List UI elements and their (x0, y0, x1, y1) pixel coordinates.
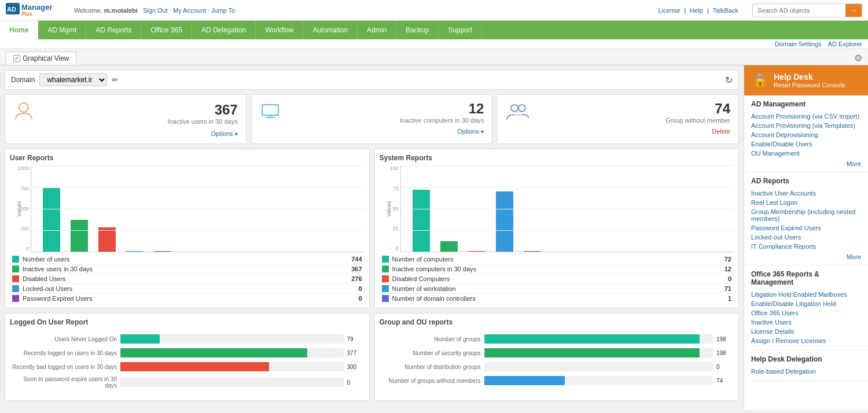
nav-backup[interactable]: Backup (396, 21, 439, 39)
user-info: Welcome, m.motalebi Sign Out · My Accoun… (74, 7, 235, 14)
sidebar-link-it-compliance[interactable]: IT Compliance Reports (751, 242, 861, 251)
settings-gear-button[interactable]: ⚙ (854, 53, 862, 64)
hbar-label-3: Soon to password expire users in 30 days (10, 376, 117, 389)
nav-home[interactable]: Home (0, 21, 38, 39)
tab-area: ✓ Graphical View ⚙ (0, 49, 868, 65)
sidebar-link-inactive-users-365[interactable]: Inactive Users (751, 318, 861, 327)
license-link[interactable]: License (658, 7, 680, 14)
legend-disabled-users-val: 276 (351, 275, 362, 282)
nav-ad-reports[interactable]: AD Reports (86, 21, 141, 39)
hbar-val-0: 79 (347, 336, 365, 342)
my-account-link[interactable]: My Account (173, 7, 206, 14)
domain-select[interactable]: whalemarket.ir (39, 73, 107, 86)
domain-label: Domain (11, 76, 35, 84)
refresh-icon[interactable]: ↻ (725, 75, 733, 85)
legend-dc-val: 1 (728, 295, 731, 302)
nav-office365[interactable]: Office 365 (141, 21, 192, 39)
sidebar-link-enable-litigation[interactable]: Enable/Disable Litigation Hold (751, 299, 861, 308)
logged-on-title: Logged On User Report (10, 318, 365, 326)
sidebar-link-license-details[interactable]: License Details (751, 327, 861, 336)
sidebar-link-enable-disable-users[interactable]: Enable/Disable Users (751, 139, 861, 149)
nav-ad-mgmt[interactable]: AD Mgmt (38, 21, 86, 39)
options-button-2[interactable]: Options (457, 128, 479, 135)
ad-management-more[interactable]: More (751, 160, 861, 167)
nav-workflow[interactable]: Workflow (256, 21, 303, 39)
help-desk-title: Help Desk (774, 72, 845, 82)
sidebar-link-litigation-hold[interactable]: Litigation Hold Enabled Mailboxes (751, 290, 861, 299)
nav-support[interactable]: Support (439, 21, 482, 39)
legend-users-label: Number of users (23, 256, 69, 263)
group-hbar-fill-1 (484, 348, 700, 357)
lock-icon: 🔒 (752, 73, 768, 88)
options-button-1[interactable]: Options (211, 130, 233, 137)
hbar-val-1: 377 (347, 350, 365, 356)
group-hbar-val-3: 74 (716, 378, 734, 384)
stat-desc-1: Inactive users in 30 days (40, 118, 238, 125)
sidebar-link-ou-management[interactable]: OU Management (751, 149, 861, 158)
group-icon (506, 101, 529, 124)
ad-reports-more[interactable]: More (751, 253, 861, 260)
nav-admin[interactable]: Admin (358, 21, 396, 39)
stat-number-2: 12 (286, 101, 484, 117)
sidebar-link-real-last-logon[interactable]: Real Last Logon (751, 198, 861, 207)
sidebar-link-office365-users[interactable]: Office 365 Users (751, 308, 861, 318)
group-ou-panel: Group and OU reports Number of groups 19… (374, 313, 740, 401)
hbar-label-2: Recently bad logged on users in 30 days (10, 364, 117, 370)
ad-reports-section: AD Reports Inactive User Accounts Real L… (744, 172, 868, 266)
y-tick-250: 250 (15, 226, 29, 231)
domain-settings-link[interactable]: Domain Settings (775, 40, 822, 47)
sidebar-link-csv-import[interactable]: Account Provisioning (via CSV Import) (751, 112, 861, 121)
search-bar[interactable]: → (752, 3, 862, 17)
nav-automation[interactable]: Automation (303, 21, 358, 39)
stat-inactive-users: 367 Inactive users in 30 days Options ▾ (5, 94, 247, 144)
search-input[interactable] (753, 7, 845, 14)
hbar-fill-0 (120, 334, 160, 344)
help-desk-button[interactable]: 🔒 Help Desk Reset Password Console (744, 65, 868, 95)
hbar-fill-2 (120, 362, 269, 371)
sidebar-link-assign-licenses[interactable]: Assign / Remove Licenses (751, 336, 861, 345)
svg-text:Plus: Plus (21, 11, 32, 17)
legend-computers-label: Number of computers (392, 256, 454, 263)
group-hbar-val-0: 198 (716, 336, 734, 342)
ad-explorer-link[interactable]: AD Explorer (828, 40, 862, 47)
talkback-link[interactable]: TalkBack (713, 7, 738, 14)
help-desk-subtitle: Reset Password Console (774, 82, 845, 89)
y-tick-500: 500 (15, 206, 29, 212)
legend-disabled-computers-val: 0 (728, 275, 731, 282)
top-links: License | Help | TalkBack (656, 7, 741, 14)
legend-dc-label: Number of domain controllers (392, 295, 476, 302)
nav-bar: Home AD Mgmt AD Reports Office 365 AD De… (0, 21, 868, 39)
legend-locked-users-val: 0 (358, 285, 362, 292)
bar-inactive-computers (440, 241, 458, 252)
sidebar-link-inactive-accounts[interactable]: Inactive User Accounts (751, 189, 861, 198)
nav-ad-delegation[interactable]: AD Delegation (192, 21, 256, 39)
svg-text:Manager: Manager (21, 3, 52, 12)
hbar-label-1: Recently logged on users in 30 days (10, 350, 117, 356)
sign-out-link[interactable]: Sign Out (143, 7, 168, 14)
sidebar-link-pwd-expired[interactable]: Password Expired Users (751, 223, 861, 233)
group-hbar-val-2: 0 (716, 364, 734, 370)
y-tick-1000: 1000 (15, 165, 29, 171)
user-reports-legend: Number of users 744 Inactive users in 30… (10, 255, 365, 303)
sidebar-link-locked-out[interactable]: Locked-out Users (751, 233, 861, 242)
office365-title: Office 365 Reports & Management (751, 270, 861, 286)
sidebar-link-templates[interactable]: Account Provisioning (via Templates) (751, 121, 861, 130)
graphical-view-tab[interactable]: ✓ Graphical View (6, 51, 76, 65)
delete-button[interactable]: Delete (712, 128, 730, 135)
sidebar-link-group-membership[interactable]: Group Membership (including nested membe… (751, 207, 861, 223)
help-link[interactable]: Help (690, 7, 703, 14)
sidebar-link-role-based-delegation[interactable]: Role-based Delegation (751, 367, 861, 376)
domain-edit-icon[interactable]: ✏ (112, 75, 119, 84)
search-button[interactable]: → (845, 4, 862, 17)
bar-disabled-computers (468, 251, 486, 252)
ad-management-title: AD Management (751, 100, 861, 108)
legend-pwd-expired-val: 0 (358, 295, 362, 302)
svg-text:AD: AD (7, 6, 16, 13)
bar-locked-users (126, 251, 144, 252)
jump-to-link[interactable]: Jump To (211, 7, 235, 14)
sidebar-link-deprovisioning[interactable]: Account Deprovisioning (751, 130, 861, 139)
helpdesk-delegation-section: Help Desk Delegation Role-based Delegati… (744, 351, 868, 381)
legend-computers-val: 72 (724, 256, 731, 263)
logged-on-report-panel: Logged On User Report Users Never Logged… (5, 313, 370, 401)
legend-locked-users-label: Locked-out Users (23, 285, 72, 292)
